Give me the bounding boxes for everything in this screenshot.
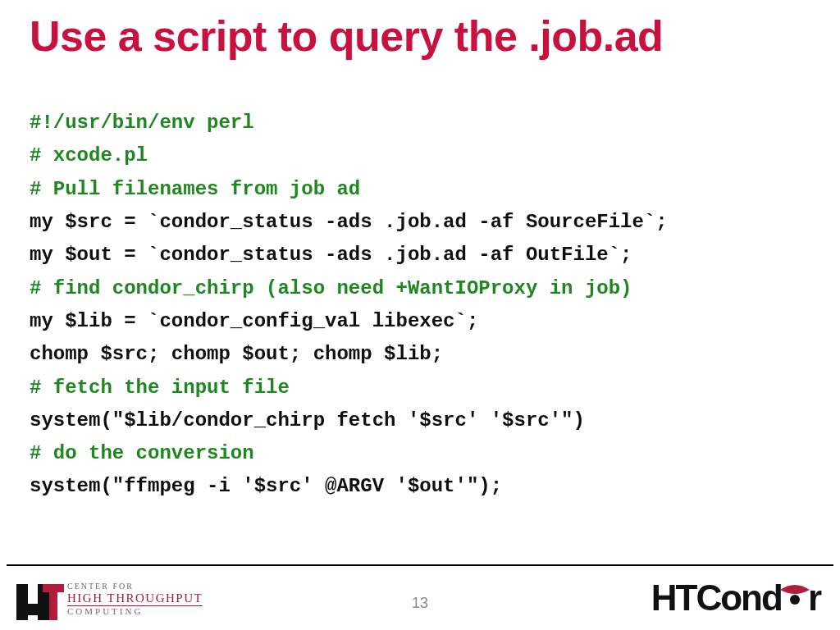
chtc-line2: HIGH THROUGHPUT: [67, 592, 203, 607]
chtc-line3: COMPUTING: [67, 607, 203, 617]
htcondor-ht: HT: [651, 578, 696, 619]
code-line: system("$lib/condor_chirp fetch '$src' '…: [30, 404, 810, 437]
slide: Use a script to query the .job.ad #!/usr…: [0, 0, 840, 630]
footer-separator: [7, 564, 833, 566]
chtc-line1: CENTER FOR: [67, 582, 203, 591]
code-block: #!/usr/bin/env perl # xcode.pl # Pull fi…: [30, 107, 810, 504]
chtc-logo: CENTER FOR HIGH THROUGHPUT COMPUTING: [16, 579, 203, 620]
htcondor-logo: HTCondr: [651, 578, 820, 619]
code-line: my $out = `condor_status -ads .job.ad -a…: [30, 239, 810, 272]
code-line: chomp $src; chomp $out; chomp $lib;: [30, 338, 810, 371]
code-line: #!/usr/bin/env perl: [30, 107, 810, 139]
code-line: # fetch the input file: [30, 372, 810, 404]
code-line: # xcode.pl: [30, 139, 810, 172]
condor-bird-icon: [778, 578, 811, 611]
ht-mark-icon: [16, 579, 61, 620]
htcondor-c: C: [696, 578, 720, 619]
code-line: my $lib = `condor_config_val libexec`;: [30, 305, 810, 338]
code-line: system("ffmpeg -i '$src' @ARGV '$out'");: [30, 470, 810, 503]
code-line: # find condor_chirp (also need +WantIOPr…: [30, 272, 810, 305]
htcondor-r: r: [808, 578, 820, 619]
code-line: my $src = `condor_status -ads .job.ad -a…: [30, 206, 810, 239]
htcondor-ond: ond: [720, 578, 782, 619]
svg-point-0: [790, 595, 800, 605]
code-line: # do the conversion: [30, 437, 810, 470]
slide-title: Use a script to query the .job.ad: [30, 11, 810, 61]
chtc-text: CENTER FOR HIGH THROUGHPUT COMPUTING: [67, 582, 203, 617]
code-line: # Pull filenames from job ad: [30, 173, 810, 206]
